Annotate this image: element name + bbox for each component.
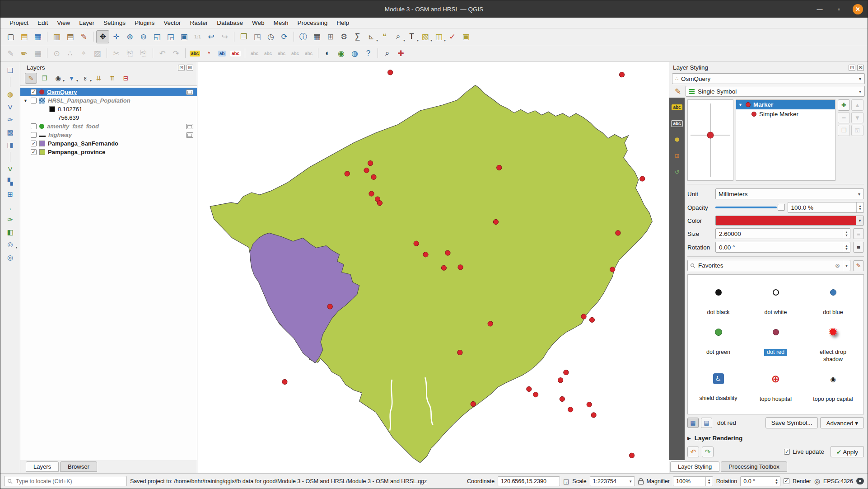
dropdown-icon[interactable]: ▾ xyxy=(630,479,632,484)
list-view-button[interactable]: ▤ xyxy=(701,418,712,428)
symbol-dot-black[interactable]: dot black xyxy=(690,287,747,323)
live-update-checkbox[interactable]: ✓ xyxy=(784,449,790,455)
symbol-dot-red[interactable]: dot red xyxy=(747,326,804,370)
expander-icon[interactable]: ▼ xyxy=(23,99,28,103)
close-panel-icon[interactable]: ⊠ xyxy=(857,65,864,71)
map-canvas[interactable] xyxy=(197,62,669,473)
layer-widget-badge-icon[interactable] xyxy=(186,132,193,138)
add-vector-layer-button[interactable]: V xyxy=(4,101,17,113)
layer-row-amenity-fast-food[interactable]: amenity_fast_food xyxy=(20,122,197,131)
layer-rendering-section[interactable]: ▶ Layer Rendering xyxy=(687,435,864,442)
menu-project[interactable]: Project xyxy=(5,19,33,27)
close-button[interactable]: ✕ xyxy=(853,4,863,14)
labels-tab[interactable]: abc xyxy=(671,102,683,112)
metasearch-button[interactable]: ◐ xyxy=(321,47,334,60)
tab-layers[interactable]: Layers xyxy=(26,461,59,472)
text-annotation-button[interactable]: T▾ xyxy=(405,30,418,43)
symbol-effect-drop-shadow[interactable]: ✹effect drop shadow xyxy=(804,326,862,370)
history-tab[interactable]: ↺ xyxy=(671,167,683,177)
spin-arrows-icon[interactable]: ▲▼ xyxy=(773,477,780,486)
search-dropdown-icon[interactable]: ▾ xyxy=(843,260,848,271)
new-shapefile-layer-button[interactable]: V xyxy=(4,163,17,174)
add-virtual-layer-button[interactable]: ◨ xyxy=(4,139,17,150)
new-delimited-text-button[interactable]: , xyxy=(4,201,17,212)
advanced-button[interactable]: Advanced ▾ xyxy=(820,417,864,428)
symbol-shield-disability[interactable]: ♿shield disability xyxy=(690,373,747,409)
styling-layer-select[interactable]: ∴ OsmQuery xyxy=(672,73,865,84)
new-print-layout-button[interactable]: ▥ xyxy=(50,30,63,43)
add-postgis-layer-button[interactable]: ℗▾ xyxy=(4,239,17,250)
icon-view-button[interactable]: ▦ xyxy=(687,418,699,428)
layer-row-756-639[interactable]: 756.639 xyxy=(20,113,197,122)
apply-button[interactable]: ✔ Apply xyxy=(831,446,864,457)
lock-scale-icon[interactable] xyxy=(638,480,644,484)
deselect-features-button[interactable]: ◫▾ xyxy=(432,30,445,43)
new-spatialite-button[interactable]: ✑ xyxy=(4,214,17,225)
layer-diagram-button[interactable]: ◔ xyxy=(202,47,215,60)
menu-help[interactable]: Help xyxy=(332,19,354,27)
size-data-define-button[interactable]: ≡ xyxy=(853,228,864,239)
save-project-button[interactable]: ▦ xyxy=(31,30,44,43)
save-symbol-button[interactable]: Save Symbol... xyxy=(765,417,818,428)
minimize-button[interactable]: — xyxy=(814,5,825,13)
close-panel-icon[interactable]: ⊠ xyxy=(187,65,193,71)
layer-visibility-checkbox[interactable]: ✓ xyxy=(31,149,37,155)
spin-arrows-icon[interactable]: ▲▼ xyxy=(856,202,863,212)
pan-map-button[interactable]: ✥ xyxy=(96,30,109,43)
search-window-button[interactable]: ⌕ xyxy=(381,47,394,60)
size-spinbox[interactable]: 2.60000 ▲▼ xyxy=(715,228,850,239)
menu-vector[interactable]: Vector xyxy=(159,19,185,27)
open-attribute-table-button[interactable]: ▦ xyxy=(310,30,323,43)
symbol-topo-pop-capital[interactable]: ◉topo pop capital xyxy=(804,373,862,409)
float-panel-icon[interactable]: ⊡ xyxy=(178,65,185,71)
tab-browser[interactable]: Browser xyxy=(60,461,97,472)
identify-features-button[interactable]: ⓘ xyxy=(297,30,310,43)
collapse-all-button[interactable]: ⇈ xyxy=(106,73,118,84)
zoom-full-button[interactable]: ◱ xyxy=(150,30,163,43)
check-geometry-button[interactable]: ✓ xyxy=(446,30,459,43)
spin-arrows-icon[interactable]: ▲▼ xyxy=(843,229,850,239)
zoom-to-layer-button[interactable]: ▣ xyxy=(177,30,191,43)
zoom-in-button[interactable]: ⊕ xyxy=(123,30,136,43)
3d-view-tab[interactable]: ⬢ xyxy=(671,135,683,145)
menu-plugins[interactable]: Plugins xyxy=(130,19,159,27)
measure-button[interactable]: ⊾▾ xyxy=(364,30,378,43)
select-features-button[interactable]: ▧▾ xyxy=(419,30,432,43)
menu-processing[interactable]: Processing xyxy=(293,19,332,27)
color-dropdown-icon[interactable]: ▾ xyxy=(856,216,863,225)
locate-box[interactable] xyxy=(4,476,127,486)
crs-status[interactable]: EPSG:4326 xyxy=(823,478,853,484)
menu-layer[interactable]: Layer xyxy=(75,19,99,27)
rotation-spinbox[interactable]: 0.0 ° ▲▼ xyxy=(740,476,780,486)
layout-manager-button[interactable]: ▤ xyxy=(64,30,77,43)
symbol-tree-marker[interactable]: ▼ Marker xyxy=(736,100,835,109)
filter-legend-button[interactable]: ▼▾ xyxy=(65,73,78,84)
new-raster-layer-button[interactable]: ▚ xyxy=(4,176,17,187)
menu-database[interactable]: Database xyxy=(212,19,247,27)
clear-search-icon[interactable]: ⊗ xyxy=(835,262,840,269)
help-contents-button[interactable]: ? xyxy=(362,47,375,60)
menu-raster[interactable]: Raster xyxy=(185,19,212,27)
layer-row-highway[interactable]: highway xyxy=(20,131,197,139)
pan-to-selection-button[interactable]: ✛ xyxy=(110,30,123,43)
menu-settings[interactable]: Settings xyxy=(99,19,130,27)
map-tips-button[interactable]: ❝ xyxy=(378,30,391,43)
open-data-source-manager-button[interactable]: ❏ xyxy=(4,65,17,76)
open-layer-styling-button[interactable]: ✎ xyxy=(25,73,37,84)
symbol-tree-simple-marker[interactable]: Simple Marker xyxy=(736,109,835,119)
spin-arrows-icon[interactable]: ▲▼ xyxy=(843,242,850,252)
maximize-button[interactable]: ▫ xyxy=(835,5,843,13)
field-calculator-button[interactable]: ⊞ xyxy=(324,30,337,43)
expand-all-button[interactable]: ⇊ xyxy=(93,73,105,84)
open-project-button[interactable]: ▤ xyxy=(18,30,31,43)
layer-visibility-checkbox[interactable]: ✓ xyxy=(31,141,37,146)
render-checkbox[interactable]: ✓ xyxy=(784,478,789,484)
filter-by-expression-button[interactable]: ε▾ xyxy=(79,73,91,84)
spin-arrows-icon[interactable]: ▲▼ xyxy=(705,477,713,486)
new-project-button[interactable]: ▢ xyxy=(4,30,17,43)
processing-toolbox-button[interactable]: ⚙ xyxy=(337,30,350,43)
zoom-to-selection-button[interactable]: ◲ xyxy=(164,30,177,43)
qgis-web-button[interactable]: ◍ xyxy=(348,47,361,60)
menu-view[interactable]: View xyxy=(52,19,75,27)
add-group-button[interactable]: ❐ xyxy=(38,73,51,84)
